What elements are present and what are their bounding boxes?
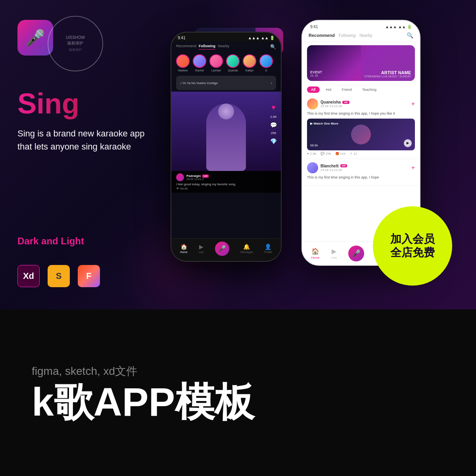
nav-following[interactable]: Following xyxy=(199,44,215,50)
xd-icon: Xd xyxy=(17,265,40,287)
video-spotlight xyxy=(351,125,371,144)
story-avatar-3 xyxy=(209,54,223,68)
story-4: Quanda xyxy=(226,54,240,72)
watermark: UISSHOW 版权保护 版权保护 xyxy=(48,16,103,71)
dark-phone: 9:41 ▲▲▲ ▲▲ 🔋 Recommend Following Nearby… xyxy=(171,32,282,262)
nav-messages[interactable]: 🔔 Messages xyxy=(240,244,253,253)
post-2-follow[interactable]: + xyxy=(411,164,415,171)
bottom-section: figma, sketch, xd文件 k歌APP模板 xyxy=(0,309,476,476)
post-1-user-info: Quaneisha VIP 23:18 13-12-20 xyxy=(321,100,349,108)
light-nav-mic-button[interactable]: 🎤 xyxy=(348,246,364,261)
heart-icon: ♥ xyxy=(271,104,276,112)
filter-tabs: All Hot Friend Teaching xyxy=(302,84,420,95)
story-1: Nadiera xyxy=(176,54,190,72)
bottom-title: k歌APP模板 xyxy=(32,382,254,422)
figma-icon: F xyxy=(78,265,100,287)
story-avatar-4 xyxy=(226,54,240,68)
app-title: Sing xyxy=(17,87,79,120)
top-section: 🎤 UISSHOW 版权保护 版权保护 Sing Sing is a brand… xyxy=(0,0,476,309)
dark-phone-content: Recommend Following Nearby 🔍 Nadiera Rac… xyxy=(171,42,281,258)
light-nav-home[interactable]: 🏠 Home xyxy=(311,248,319,259)
stories-row: Nadiera Rachel Lachlan Quanda Kaitlyn xyxy=(171,52,281,74)
filter-teaching[interactable]: Teaching xyxy=(358,86,380,93)
app-description: Sing is a brand new karaoke app that let… xyxy=(17,127,160,153)
hero-meta: STREAMING LIVE MUSIC / SUNDAY xyxy=(364,75,411,78)
member-circle[interactable]: 加入会员 全店免费 xyxy=(373,206,452,286)
username: Padraigin xyxy=(186,174,201,178)
nav-home[interactable]: 🏠 Home xyxy=(180,244,188,253)
user-info: Padraigin VIP 20:36 13-01-2 I feel good … xyxy=(171,171,281,193)
light-nav: Recommend Following Nearby 🔍 xyxy=(302,31,420,42)
stat-gifts: 🎁143 xyxy=(335,152,345,155)
hero-artist-name: ARTIST NAME xyxy=(364,70,411,75)
light-phone-content: Recommend Following Nearby 🔍 EVENT 24, 2… xyxy=(302,31,420,186)
comment-number: 256 xyxy=(271,131,276,135)
dark-time: 9:41 xyxy=(178,36,185,40)
filter-hot[interactable]: Hot xyxy=(322,86,336,93)
hero-text: EVENT 24, 25 xyxy=(310,70,322,78)
nav-recommend[interactable]: Recommend xyxy=(176,44,196,50)
post-1-time: 23:18 13-12-20 xyxy=(321,104,349,108)
post-2-avatar xyxy=(307,162,318,173)
light-time: 9:41 xyxy=(310,25,318,29)
post-1-follow[interactable]: + xyxy=(411,100,415,107)
dark-light-label: Dark and Light xyxy=(17,236,84,247)
light-nav-recommend[interactable]: Recommend xyxy=(309,33,335,38)
like-number: 2.6K xyxy=(270,115,276,119)
video-label: ▶ Watch One More xyxy=(310,122,338,125)
hero-date: 24, 25 xyxy=(310,74,322,77)
user-badge: VIP xyxy=(202,175,209,178)
post-1-video[interactable]: ▶ Watch One More 68.6k ▶ xyxy=(307,119,415,150)
post-2-header: Blanchett VIP 23:18 13-12-20 + xyxy=(307,162,415,173)
sketch-icon: S xyxy=(48,265,70,287)
post-1-header: Quaneisha VIP 23:18 13-12-20 + xyxy=(307,98,415,109)
post-1-badge: VIP xyxy=(342,101,349,104)
post-2-user-info: Blanchett VIP 23:18 13-12-20 xyxy=(321,164,347,172)
nav-mic-button[interactable]: 🎤 xyxy=(215,242,229,256)
stat-comments: 💬256 xyxy=(321,152,331,155)
post-2-badge: VIP xyxy=(340,164,347,167)
light-phone-notch xyxy=(345,21,377,28)
nav-live[interactable]: ▶ Live xyxy=(199,244,204,253)
dark-bottom-nav: 🏠 Home ▶ Live 🎤 🔔 Messages 👤 Profile xyxy=(171,238,281,258)
post-1-stats: ♥2.6K 💬256 🎁143 ↗12 xyxy=(307,152,415,155)
light-search-icon[interactable]: 🔍 xyxy=(407,32,413,38)
hero-artist: ARTIST NAME STREAMING LIVE MUSIC / SUNDA… xyxy=(364,70,411,78)
post-1-caption: This is my first time singing in this ap… xyxy=(307,111,415,116)
video-play-button[interactable]: ▶ xyxy=(404,139,412,147)
story-5: Kaitlyn xyxy=(243,54,256,72)
views-count: 👁 68.6k xyxy=(176,187,276,190)
song-card: ♪ Yo Ya No Vuelvo Contigo › xyxy=(176,76,276,90)
tool-icons-row: Xd S F xyxy=(17,265,100,287)
light-nav-live[interactable]: ▶ Live xyxy=(331,248,337,259)
story-3: Lachlan xyxy=(209,54,223,72)
filter-all[interactable]: All xyxy=(307,86,320,93)
like-count-area: ♥ 2.6K 💬 256 💎 xyxy=(270,104,277,144)
story-avatar-1 xyxy=(176,54,190,68)
nav-nearby[interactable]: Nearby xyxy=(218,44,229,50)
dark-signal: ▲▲▲ ▲▲ 🔋 xyxy=(248,36,274,40)
search-icon[interactable]: 🔍 xyxy=(270,44,276,50)
stat-shares: ↗12 xyxy=(349,152,357,155)
post-1: Quaneisha VIP 23:18 13-12-20 + This is m… xyxy=(302,95,420,159)
post-1-avatar xyxy=(307,98,318,109)
user-avatar xyxy=(176,173,184,181)
singer-area: ♥ 2.6K 💬 256 💎 xyxy=(171,92,281,171)
member-line2: 全店免费 xyxy=(390,246,435,259)
post-1-username: Quaneisha xyxy=(321,100,341,104)
post-2-username: Blanchett xyxy=(321,164,339,168)
nav-profile[interactable]: 👤 Profile xyxy=(264,244,272,253)
dark-nav: Recommend Following Nearby 🔍 xyxy=(171,42,281,52)
singer-figure xyxy=(171,92,281,171)
light-nav-following[interactable]: Following xyxy=(339,33,355,38)
hero-banner: EVENT 24, 25 ARTIST NAME STREAMING LIVE … xyxy=(307,45,415,81)
post-caption: I feel good today, singing my favorite s… xyxy=(176,182,276,186)
filter-friend[interactable]: Friend xyxy=(338,86,356,93)
gift-icon: 💎 xyxy=(270,138,277,144)
watermark-text: UISSHOW 版权保护 版权保护 xyxy=(66,35,85,52)
light-nav-nearby[interactable]: Nearby xyxy=(359,33,372,38)
stat-likes: ♥2.6K xyxy=(307,152,317,155)
post-2-caption: This is my first time singing in this ap… xyxy=(307,175,415,180)
post-2: Blanchett VIP 23:18 13-12-20 + This is m… xyxy=(302,159,420,186)
post-2-time: 23:18 13-12-20 xyxy=(321,168,347,172)
